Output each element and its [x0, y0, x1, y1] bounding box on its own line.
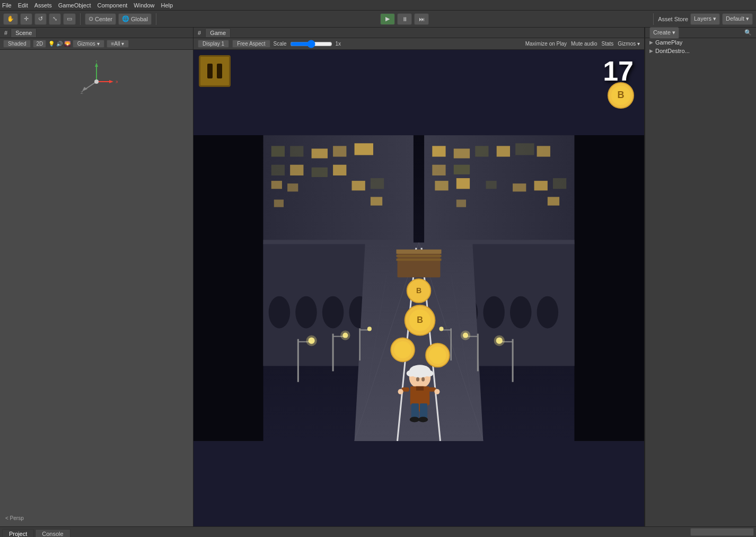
svg-point-100	[434, 389, 439, 394]
hierarchy-dontdestro[interactable]: ▶ DontDestro...	[645, 47, 756, 55]
svg-rect-19	[271, 165, 285, 175]
maximize-on-play-label[interactable]: Maximize on Play	[525, 41, 567, 47]
svg-point-26	[322, 296, 344, 329]
svg-point-91	[407, 370, 415, 376]
menu-gameobject[interactable]: GameObject	[58, 2, 91, 8]
svg-rect-33	[497, 146, 510, 156]
svg-rect-18	[355, 143, 373, 155]
scale-tool-btn[interactable]: ⤡	[49, 13, 61, 25]
game-hashtag-icon: #	[198, 30, 201, 36]
toolbar-play-controls: ▶ ⏸ ⏭	[161, 13, 649, 25]
svg-point-93	[416, 377, 419, 381]
hierarchy-gameplay[interactable]: ▶ GamePlay	[645, 38, 756, 47]
svg-rect-32	[475, 146, 488, 156]
svg-point-73	[439, 327, 443, 331]
pivot-global-btn[interactable]: 🌐 Global	[118, 13, 152, 25]
2d-btn[interactable]: 2D	[33, 40, 46, 48]
game-viewport[interactable]: B B	[194, 50, 644, 526]
svg-rect-16	[312, 148, 328, 158]
menu-file[interactable]: File	[2, 2, 12, 8]
shading-dropdown[interactable]: Shaded	[3, 40, 31, 48]
svg-point-99	[398, 389, 403, 394]
svg-rect-113	[534, 181, 548, 190]
step-btn[interactable]: ⏭	[414, 13, 429, 25]
move-tool-btn[interactable]: ✛	[20, 13, 32, 25]
pause-icon[interactable]	[199, 55, 231, 87]
svg-rect-110	[456, 178, 470, 189]
svg-rect-75	[397, 250, 442, 254]
scene-tab[interactable]: Scene	[11, 28, 37, 37]
hierarchy-panel: Create ▾ 🔍 ▶ GamePlay ▶ DontDestro...	[645, 28, 756, 526]
aspect-dropdown[interactable]: Free Aspect	[232, 40, 270, 48]
hierarchy-item-label: GamePlay	[655, 39, 682, 46]
svg-rect-36	[432, 165, 445, 175]
mute-audio-label[interactable]: Mute audio	[571, 41, 597, 47]
scale-value: 1x	[336, 41, 341, 47]
menubar: File Edit Assets GameObject Component Wi…	[0, 0, 756, 11]
toolbar-sep-3	[653, 13, 654, 25]
svg-point-41	[483, 296, 504, 329]
svg-rect-11	[194, 135, 263, 441]
pause-btn[interactable]: ⏸	[397, 13, 412, 25]
persp-label: < Persp	[5, 515, 24, 521]
scale-slider[interactable]	[290, 40, 332, 48]
svg-rect-74	[398, 251, 441, 278]
svg-text:X: X	[116, 80, 118, 84]
svg-rect-35	[537, 146, 550, 156]
svg-rect-34	[515, 143, 534, 155]
svg-rect-37	[454, 165, 470, 174]
scene-controls: Shaded 2D 💡 🔊 🌄 Gizmos ▾ ≡All ▾	[0, 38, 193, 50]
console-tab[interactable]: Console	[35, 529, 70, 537]
game-tab[interactable]: Game	[205, 28, 231, 37]
menu-window[interactable]: Window	[134, 2, 154, 8]
stats-label[interactable]: Stats	[602, 41, 614, 47]
svg-point-55	[306, 336, 317, 346]
svg-rect-17	[333, 146, 346, 156]
play-btn[interactable]: ▶	[380, 13, 395, 25]
scene-axes: Y X Z	[75, 60, 118, 103]
svg-point-25	[295, 296, 317, 329]
tri-icon: ▶	[649, 40, 653, 45]
project-tab[interactable]: Project	[2, 529, 34, 537]
svg-rect-21	[312, 168, 328, 177]
menu-edit[interactable]: Edit	[18, 2, 28, 8]
scale-label: Scale	[274, 41, 287, 47]
svg-point-24	[269, 296, 290, 329]
menu-component[interactable]: Component	[97, 2, 127, 8]
gizmos-label[interactable]: Gizmos ▾	[618, 41, 640, 47]
display-dropdown[interactable]: Display 1	[198, 40, 229, 48]
svg-point-62	[367, 327, 372, 331]
svg-rect-108	[371, 178, 384, 189]
rotate-tool-btn[interactable]: ↺	[34, 13, 47, 25]
scene-search-dropdown[interactable]: ≡All ▾	[107, 40, 129, 48]
layout-btn[interactable]: Default ▾	[722, 13, 753, 25]
hand-tool-btn[interactable]: ✋	[3, 13, 18, 25]
asset-store-label: Asset Store	[658, 16, 688, 22]
hierarchy-create-btn[interactable]: Create ▾	[649, 27, 679, 39]
gizmos-scene-dropdown[interactable]: Gizmos ▾	[73, 40, 104, 48]
scene-view[interactable]: Y X Z < Persp	[0, 50, 193, 526]
svg-rect-22	[333, 165, 346, 175]
svg-point-9	[94, 80, 99, 84]
menu-assets[interactable]: Assets	[34, 2, 52, 8]
svg-rect-107	[352, 181, 365, 190]
project-search-input[interactable]	[690, 528, 754, 536]
layers-btn[interactable]: Layers ▾	[690, 13, 720, 25]
svg-point-85	[394, 341, 411, 358]
svg-point-43	[537, 296, 558, 329]
pivot-center-btn[interactable]: ⊙ Center	[85, 13, 116, 25]
scene-hashtag-icon: #	[4, 30, 7, 36]
toolbar: ✋ ✛ ↺ ⤡ ▭ ⊙ Center 🌐 Global ▶ ⏸ ⏭ Asset …	[0, 11, 756, 28]
svg-text:Y: Y	[95, 60, 98, 63]
svg-rect-101	[411, 403, 419, 418]
svg-marker-1	[95, 63, 98, 67]
menu-help[interactable]: Help	[161, 2, 173, 8]
svg-point-104	[418, 417, 428, 422]
svg-point-94	[421, 377, 425, 381]
svg-point-59	[340, 330, 350, 340]
svg-rect-20	[290, 165, 303, 175]
scene-icons: 💡 🔊 🌄	[48, 41, 71, 47]
svg-point-66	[494, 336, 505, 346]
pause-button-overlay[interactable]	[199, 55, 231, 87]
rect-tool-btn[interactable]: ▭	[63, 13, 76, 25]
